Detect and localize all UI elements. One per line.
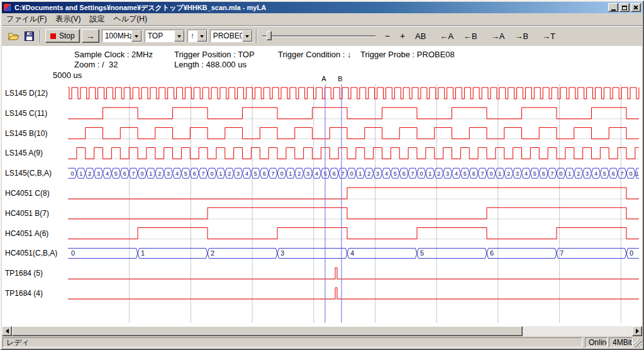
open-button[interactable] — [6, 29, 21, 43]
bus-value: 3 — [446, 171, 449, 177]
waveform-trace — [68, 268, 639, 279]
move-a-left-button[interactable]: ←A — [438, 30, 455, 42]
channel-label: LS145 A(9) — [5, 149, 43, 157]
bus-value: 3 — [306, 171, 309, 177]
ab-span-button[interactable]: AB — [413, 30, 428, 42]
chevron-down-icon — [135, 35, 138, 40]
dropdown-button[interactable] — [174, 30, 184, 42]
save-button[interactable] — [21, 29, 36, 43]
dropdown-button[interactable] — [242, 30, 252, 42]
scroll-left-button[interactable] — [2, 326, 12, 336]
zoom-in-button[interactable]: + — [398, 30, 407, 42]
status-memory-panel: 4MBit — [609, 337, 633, 347]
maximize-icon — [622, 6, 627, 10]
minimize-button[interactable] — [608, 3, 618, 12]
menu-settings[interactable]: 設定 — [85, 13, 109, 26]
chevron-down-icon — [245, 35, 249, 40]
bus-value: 4 — [455, 171, 458, 177]
bus-value: 7 — [411, 171, 414, 177]
bus-value: 3 — [376, 171, 379, 177]
bus-value: 6 — [490, 249, 494, 257]
dropdown-button[interactable] — [131, 30, 142, 42]
waveform-area[interactable]: LS145 D(12) LS145 C(11) LS145 B(10) LS14… — [0, 46, 644, 326]
bus-value: 3 — [586, 171, 589, 177]
waveform-trace — [68, 188, 639, 199]
bus-value: 3 — [97, 171, 100, 177]
window-title: C:¥Documents and Settings¥noname¥デスクトップ¥… — [14, 3, 607, 13]
waveform-trace — [68, 88, 639, 99]
horizontal-scrollbar[interactable] — [2, 326, 642, 336]
bus-value: 7 — [621, 171, 624, 177]
goto-trigger-button[interactable]: →T — [540, 30, 557, 42]
sample-rate-select[interactable]: 100MHz — [102, 30, 142, 42]
dropdown-button[interactable] — [197, 30, 207, 42]
close-button[interactable] — [631, 3, 641, 12]
zoom-slider-thumb[interactable] — [267, 31, 272, 40]
bus-value: 5 — [254, 171, 257, 177]
memory-text: 4MBit — [613, 338, 632, 347]
stop-icon — [50, 33, 56, 39]
bus-value: 3 — [516, 171, 519, 177]
waveform-trace — [68, 208, 639, 219]
bus-value: 7 — [481, 171, 484, 177]
zoom-slider[interactable] — [262, 29, 375, 43]
channel-label: TP1684 (4) — [5, 289, 43, 298]
bus-value: 4 — [350, 249, 354, 257]
trigger-edge-select[interactable]: ↑ — [187, 30, 208, 42]
bus-value: 1 — [568, 171, 571, 177]
channel-label: HC4051 C(8) — [5, 189, 50, 198]
open-folder-icon — [8, 31, 19, 41]
channel-label: HC4051 A(6) — [5, 229, 48, 238]
arrow-left-icon — [3, 329, 9, 334]
bus-value: 4 — [525, 171, 528, 177]
bus-value: 1 — [289, 171, 292, 177]
resize-grip[interactable] — [633, 339, 642, 347]
bus-value: 2 — [367, 171, 370, 177]
status-online-panel: Online — [585, 337, 608, 347]
bus-value: 6 — [193, 171, 196, 177]
move-b-left-button[interactable]: ←B — [462, 30, 479, 42]
bus-value: 1 — [149, 171, 152, 177]
menu-file[interactable]: ファイル(F) — [2, 13, 51, 26]
trigger-position-value: TOP — [145, 31, 174, 40]
waveform-trace — [68, 128, 639, 139]
scrollbar-thumb[interactable] — [12, 326, 523, 336]
zoom-out-button[interactable]: − — [383, 30, 392, 42]
cursor-label-A: A — [321, 75, 326, 82]
bus-value: 0 — [559, 171, 562, 177]
status-text: レディ — [6, 338, 30, 347]
maximize-button[interactable] — [619, 3, 630, 12]
zoom-slider-track — [262, 35, 375, 37]
menu-view[interactable]: 表示(V) — [51, 13, 85, 26]
run-button[interactable]: → — [82, 29, 99, 43]
bus-value: 4 — [385, 171, 388, 177]
move-b-right-button[interactable]: →B — [513, 30, 530, 42]
trigger-probe-select[interactable]: PROBE00 — [210, 30, 253, 42]
bus-value: 0 — [140, 171, 143, 177]
trigger-edge-value: ↑ — [188, 31, 197, 40]
close-icon — [631, 4, 640, 11]
channel-label: LS145 D(12) — [5, 89, 48, 98]
bus-value: 7 — [132, 171, 135, 177]
stop-label: Stop — [59, 31, 75, 40]
waveform-trace — [68, 108, 639, 119]
bus-value: 6 — [333, 171, 336, 177]
scroll-right-button[interactable] — [632, 326, 642, 336]
bus-value: 5 — [533, 171, 536, 177]
statusbar: レディ Online 4MBit — [2, 337, 642, 348]
channel-label: LS145 B(10) — [5, 129, 47, 138]
stop-button[interactable]: Stop — [45, 29, 80, 43]
bus-value: 2 — [228, 171, 231, 177]
move-a-right-button[interactable]: →A — [489, 30, 507, 42]
bus-value: 7 — [202, 171, 205, 177]
bus-value: 1 — [79, 171, 82, 177]
bus-value: 3 — [236, 171, 240, 177]
bus-value: 7 — [551, 171, 554, 177]
channel-label: TP1684 (5) — [5, 269, 43, 278]
titlebar[interactable]: C:¥Documents and Settings¥noname¥デスクトップ¥… — [2, 2, 642, 13]
waveform-trace — [68, 147, 639, 159]
trigger-position-select[interactable]: TOP — [145, 30, 185, 42]
bus-value: 5 — [603, 171, 606, 177]
waveform-trace — [68, 228, 639, 239]
menu-help[interactable]: ヘルプ(H) — [109, 13, 152, 26]
